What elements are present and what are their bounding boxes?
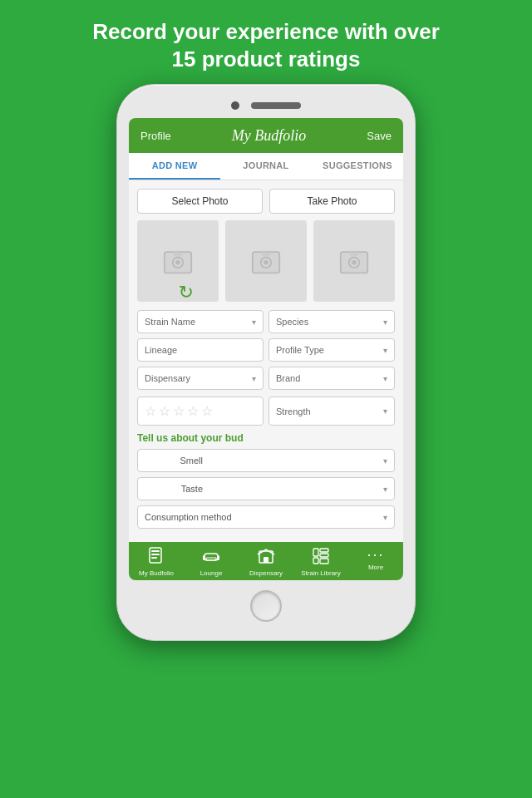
taste-field[interactable]: Taste ▾ [137, 477, 395, 500]
dispensary-icon [257, 547, 275, 568]
bottom-tab-lounge[interactable]: Lounge [184, 547, 239, 577]
photo-thumb-2[interactable] [225, 220, 307, 302]
star-4[interactable]: ☆ [187, 403, 199, 419]
svg-rect-13 [151, 550, 160, 552]
svg-rect-17 [206, 558, 216, 560]
dispensary-tab-label: Dispensary [249, 569, 283, 577]
svg-point-2 [175, 260, 180, 264]
my-budfolio-icon [147, 547, 165, 568]
bottom-tab-bar: My Budfolio Lounge [129, 542, 403, 580]
svg-rect-24 [320, 549, 328, 552]
svg-rect-26 [320, 559, 328, 564]
brand-field[interactable]: Brand ▾ [268, 367, 395, 390]
bottom-tab-my-budfolio[interactable]: My Budfolio [129, 547, 184, 577]
tab-add-new[interactable]: ADD NEW [129, 153, 220, 180]
phone-shell: Profile My Budfolio Save ADD NEW JOURNAL… [116, 84, 416, 641]
svg-rect-7 [262, 252, 271, 256]
svg-rect-14 [151, 554, 160, 555]
photo-thumb-3[interactable] [313, 220, 395, 302]
svg-point-10 [352, 260, 356, 264]
svg-rect-21 [264, 557, 268, 563]
lineage-field[interactable]: Lineage [137, 338, 264, 362]
app-title: My Budfolio [232, 127, 306, 145]
consumption-method-field[interactable]: Consumption method ▾ [137, 505, 395, 529]
home-button[interactable] [250, 590, 282, 622]
profile-type-field[interactable]: Profile Type ▾ [268, 338, 395, 362]
star-rating[interactable]: ☆ ☆ ☆ ☆ ☆ [137, 397, 264, 426]
svg-rect-22 [313, 549, 318, 556]
profile-button[interactable]: Profile [140, 130, 171, 142]
app-content: Select Photo Take Photo ↺ [129, 180, 403, 542]
tab-suggestions[interactable]: SUGGESTIONS [312, 153, 403, 180]
species-field[interactable]: Species ▾ [268, 310, 395, 333]
strain-name-field[interactable]: Strain Name ▾ [137, 310, 264, 333]
strength-field[interactable]: Strength ▾ [268, 397, 395, 426]
lounge-tab-label: Lounge [200, 569, 223, 577]
star-1[interactable]: ☆ [145, 403, 156, 419]
more-tab-label: More [368, 564, 383, 571]
svg-rect-23 [313, 558, 318, 564]
bottom-tab-more[interactable]: ··· More [348, 547, 403, 577]
taste-label: Taste [145, 484, 203, 494]
strain-library-icon [312, 547, 330, 568]
svg-rect-15 [151, 557, 157, 559]
take-photo-button[interactable]: Take Photo [269, 189, 395, 214]
star-5[interactable]: ☆ [201, 403, 213, 419]
header-text: Record your experience with over 15 prod… [59, 0, 473, 84]
strain-library-tab-label: Strain Library [301, 569, 341, 577]
lounge-icon [202, 547, 220, 568]
smell-field[interactable]: Smell ▾ [137, 449, 395, 472]
photo-thumb-1[interactable] [137, 220, 219, 302]
star-3[interactable]: ☆ [173, 403, 185, 419]
save-button[interactable]: Save [367, 130, 392, 142]
consumption-method-label: Consumption method [145, 512, 232, 522]
bottom-tab-dispensary[interactable]: Dispensary [239, 547, 293, 577]
bottom-tab-strain-library[interactable]: Strain Library [293, 547, 348, 577]
app-navbar: Profile My Budfolio Save [129, 118, 403, 153]
speaker-icon [251, 102, 301, 109]
svg-rect-25 [320, 554, 328, 557]
smell-label: Smell [145, 456, 203, 466]
select-photo-button[interactable]: Select Photo [137, 189, 263, 214]
svg-rect-19 [217, 555, 219, 560]
tab-journal[interactable]: JOURNAL [220, 153, 312, 180]
refresh-icon: ↺ [179, 282, 194, 303]
star-2[interactable]: ☆ [159, 403, 170, 419]
svg-rect-18 [203, 555, 205, 560]
phone-screen: Profile My Budfolio Save ADD NEW JOURNAL… [129, 118, 403, 580]
more-icon: ··· [367, 547, 384, 562]
camera-icon [231, 101, 239, 110]
dispensary-field[interactable]: Dispensary ▾ [137, 367, 264, 390]
svg-rect-11 [350, 252, 359, 256]
tab-bar: ADD NEW JOURNAL SUGGESTIONS [129, 153, 403, 180]
tell-us-label: Tell us about your bud [137, 432, 395, 444]
svg-point-6 [264, 260, 268, 264]
svg-rect-3 [174, 252, 183, 256]
my-budfolio-tab-label: My Budfolio [139, 569, 174, 577]
